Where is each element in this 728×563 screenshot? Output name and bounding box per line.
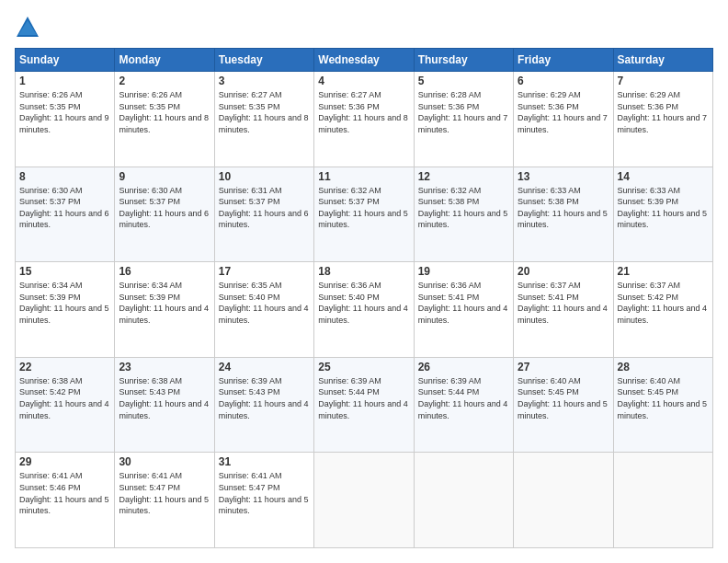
day-number: 23 bbox=[119, 361, 210, 373]
calendar-cell: 16 Sunrise: 6:34 AM Sunset: 5:39 PM Dayl… bbox=[115, 262, 214, 358]
day-number: 16 bbox=[119, 265, 210, 278]
cell-info: Sunrise: 6:39 AM Sunset: 5:44 PM Dayligh… bbox=[418, 375, 509, 421]
calendar-cell: 13 Sunrise: 6:33 AM Sunset: 5:38 PM Dayl… bbox=[514, 167, 613, 262]
calendar-cell: 11 Sunrise: 6:32 AM Sunset: 5:37 PM Dayl… bbox=[314, 167, 414, 262]
column-header-tuesday: Tuesday bbox=[214, 49, 313, 72]
day-number: 15 bbox=[19, 265, 110, 278]
cell-info: Sunrise: 6:31 AM Sunset: 5:37 PM Dayligh… bbox=[219, 185, 310, 231]
column-header-thursday: Thursday bbox=[414, 49, 513, 72]
cell-info: Sunrise: 6:29 AM Sunset: 5:36 PM Dayligh… bbox=[618, 89, 709, 135]
cell-info: Sunrise: 6:33 AM Sunset: 5:38 PM Dayligh… bbox=[518, 185, 609, 231]
day-number: 22 bbox=[19, 361, 110, 373]
calendar-cell: 27 Sunrise: 6:40 AM Sunset: 5:45 PM Dayl… bbox=[514, 357, 613, 453]
day-number: 29 bbox=[19, 455, 110, 468]
logo bbox=[15, 15, 44, 40]
cell-info: Sunrise: 6:39 AM Sunset: 5:44 PM Dayligh… bbox=[318, 375, 409, 421]
calendar-cell: 3 Sunrise: 6:27 AM Sunset: 5:35 PM Dayli… bbox=[214, 72, 313, 167]
page: SundayMondayTuesdayWednesdayThursdayFrid… bbox=[0, 0, 728, 563]
calendar-cell: 28 Sunrise: 6:40 AM Sunset: 5:45 PM Dayl… bbox=[613, 357, 712, 453]
calendar-cell: 14 Sunrise: 6:33 AM Sunset: 5:39 PM Dayl… bbox=[613, 167, 712, 262]
cell-info: Sunrise: 6:33 AM Sunset: 5:39 PM Dayligh… bbox=[618, 185, 709, 231]
day-number: 2 bbox=[119, 75, 210, 87]
cell-info: Sunrise: 6:36 AM Sunset: 5:41 PM Dayligh… bbox=[418, 280, 509, 326]
day-number: 12 bbox=[418, 170, 509, 183]
calendar-week-5: 29 Sunrise: 6:41 AM Sunset: 5:46 PM Dayl… bbox=[16, 453, 713, 548]
day-number: 18 bbox=[318, 265, 409, 278]
calendar-cell bbox=[314, 453, 414, 548]
calendar-week-2: 8 Sunrise: 6:30 AM Sunset: 5:37 PM Dayli… bbox=[16, 167, 713, 262]
cell-info: Sunrise: 6:37 AM Sunset: 5:42 PM Dayligh… bbox=[618, 280, 709, 326]
calendar-table: SundayMondayTuesdayWednesdayThursdayFrid… bbox=[15, 48, 713, 548]
day-number: 1 bbox=[19, 75, 110, 87]
day-number: 30 bbox=[119, 455, 210, 468]
cell-info: Sunrise: 6:34 AM Sunset: 5:39 PM Dayligh… bbox=[19, 280, 110, 326]
calendar-cell: 17 Sunrise: 6:35 AM Sunset: 5:40 PM Dayl… bbox=[214, 262, 313, 358]
calendar-cell: 26 Sunrise: 6:39 AM Sunset: 5:44 PM Dayl… bbox=[414, 357, 513, 453]
cell-info: Sunrise: 6:30 AM Sunset: 5:37 PM Dayligh… bbox=[119, 185, 210, 231]
cell-info: Sunrise: 6:36 AM Sunset: 5:40 PM Dayligh… bbox=[318, 280, 409, 326]
cell-info: Sunrise: 6:41 AM Sunset: 5:47 PM Dayligh… bbox=[219, 470, 310, 516]
calendar-cell bbox=[414, 453, 513, 548]
cell-info: Sunrise: 6:26 AM Sunset: 5:35 PM Dayligh… bbox=[119, 89, 210, 135]
calendar-cell: 2 Sunrise: 6:26 AM Sunset: 5:35 PM Dayli… bbox=[115, 72, 214, 167]
day-number: 5 bbox=[418, 75, 509, 87]
day-number: 6 bbox=[518, 75, 609, 87]
calendar-cell bbox=[514, 453, 613, 548]
calendar-cell: 30 Sunrise: 6:41 AM Sunset: 5:47 PM Dayl… bbox=[115, 453, 214, 548]
cell-info: Sunrise: 6:38 AM Sunset: 5:43 PM Dayligh… bbox=[119, 375, 210, 421]
calendar-cell: 12 Sunrise: 6:32 AM Sunset: 5:38 PM Dayl… bbox=[414, 167, 513, 262]
day-number: 21 bbox=[618, 265, 709, 278]
day-number: 24 bbox=[219, 361, 310, 373]
cell-info: Sunrise: 6:38 AM Sunset: 5:42 PM Dayligh… bbox=[19, 375, 110, 421]
cell-info: Sunrise: 6:32 AM Sunset: 5:38 PM Dayligh… bbox=[418, 185, 509, 231]
calendar-cell: 20 Sunrise: 6:37 AM Sunset: 5:41 PM Dayl… bbox=[514, 262, 613, 358]
cell-info: Sunrise: 6:27 AM Sunset: 5:36 PM Dayligh… bbox=[318, 89, 409, 135]
calendar-cell: 29 Sunrise: 6:41 AM Sunset: 5:46 PM Dayl… bbox=[16, 453, 115, 548]
column-header-monday: Monday bbox=[115, 49, 214, 72]
cell-info: Sunrise: 6:40 AM Sunset: 5:45 PM Dayligh… bbox=[518, 375, 609, 421]
calendar-header-row: SundayMondayTuesdayWednesdayThursdayFrid… bbox=[16, 49, 713, 72]
calendar-week-1: 1 Sunrise: 6:26 AM Sunset: 5:35 PM Dayli… bbox=[16, 72, 713, 167]
day-number: 31 bbox=[219, 455, 310, 468]
cell-info: Sunrise: 6:27 AM Sunset: 5:35 PM Dayligh… bbox=[219, 89, 310, 135]
calendar-cell: 18 Sunrise: 6:36 AM Sunset: 5:40 PM Dayl… bbox=[314, 262, 414, 358]
calendar-week-4: 22 Sunrise: 6:38 AM Sunset: 5:42 PM Dayl… bbox=[16, 357, 713, 453]
day-number: 19 bbox=[418, 265, 509, 278]
day-number: 9 bbox=[119, 170, 210, 183]
calendar-cell: 9 Sunrise: 6:30 AM Sunset: 5:37 PM Dayli… bbox=[115, 167, 214, 262]
calendar-cell: 1 Sunrise: 6:26 AM Sunset: 5:35 PM Dayli… bbox=[16, 72, 115, 167]
column-header-friday: Friday bbox=[514, 49, 613, 72]
cell-info: Sunrise: 6:40 AM Sunset: 5:45 PM Dayligh… bbox=[618, 375, 709, 421]
svg-marker-1 bbox=[18, 20, 37, 35]
day-number: 8 bbox=[19, 170, 110, 183]
cell-info: Sunrise: 6:41 AM Sunset: 5:46 PM Dayligh… bbox=[19, 470, 110, 516]
calendar-cell: 31 Sunrise: 6:41 AM Sunset: 5:47 PM Dayl… bbox=[214, 453, 313, 548]
column-header-sunday: Sunday bbox=[16, 49, 115, 72]
day-number: 13 bbox=[518, 170, 609, 183]
cell-info: Sunrise: 6:35 AM Sunset: 5:40 PM Dayligh… bbox=[219, 280, 310, 326]
cell-info: Sunrise: 6:29 AM Sunset: 5:36 PM Dayligh… bbox=[518, 89, 609, 135]
day-number: 4 bbox=[318, 75, 409, 87]
calendar-cell: 23 Sunrise: 6:38 AM Sunset: 5:43 PM Dayl… bbox=[115, 357, 214, 453]
calendar-cell: 8 Sunrise: 6:30 AM Sunset: 5:37 PM Dayli… bbox=[16, 167, 115, 262]
day-number: 3 bbox=[219, 75, 310, 87]
calendar-cell: 22 Sunrise: 6:38 AM Sunset: 5:42 PM Dayl… bbox=[16, 357, 115, 453]
cell-info: Sunrise: 6:37 AM Sunset: 5:41 PM Dayligh… bbox=[518, 280, 609, 326]
column-header-saturday: Saturday bbox=[613, 49, 712, 72]
calendar-week-3: 15 Sunrise: 6:34 AM Sunset: 5:39 PM Dayl… bbox=[16, 262, 713, 358]
column-header-wednesday: Wednesday bbox=[314, 49, 414, 72]
calendar-cell: 10 Sunrise: 6:31 AM Sunset: 5:37 PM Dayl… bbox=[214, 167, 313, 262]
calendar-cell: 6 Sunrise: 6:29 AM Sunset: 5:36 PM Dayli… bbox=[514, 72, 613, 167]
cell-info: Sunrise: 6:30 AM Sunset: 5:37 PM Dayligh… bbox=[19, 185, 110, 231]
cell-info: Sunrise: 6:39 AM Sunset: 5:43 PM Dayligh… bbox=[219, 375, 310, 421]
day-number: 14 bbox=[618, 170, 709, 183]
calendar-cell: 21 Sunrise: 6:37 AM Sunset: 5:42 PM Dayl… bbox=[613, 262, 712, 358]
day-number: 20 bbox=[518, 265, 609, 278]
cell-info: Sunrise: 6:32 AM Sunset: 5:37 PM Dayligh… bbox=[318, 185, 409, 231]
day-number: 10 bbox=[219, 170, 310, 183]
day-number: 26 bbox=[418, 361, 509, 373]
day-number: 17 bbox=[219, 265, 310, 278]
logo-icon bbox=[15, 15, 40, 40]
calendar-cell: 4 Sunrise: 6:27 AM Sunset: 5:36 PM Dayli… bbox=[314, 72, 414, 167]
day-number: 27 bbox=[518, 361, 609, 373]
